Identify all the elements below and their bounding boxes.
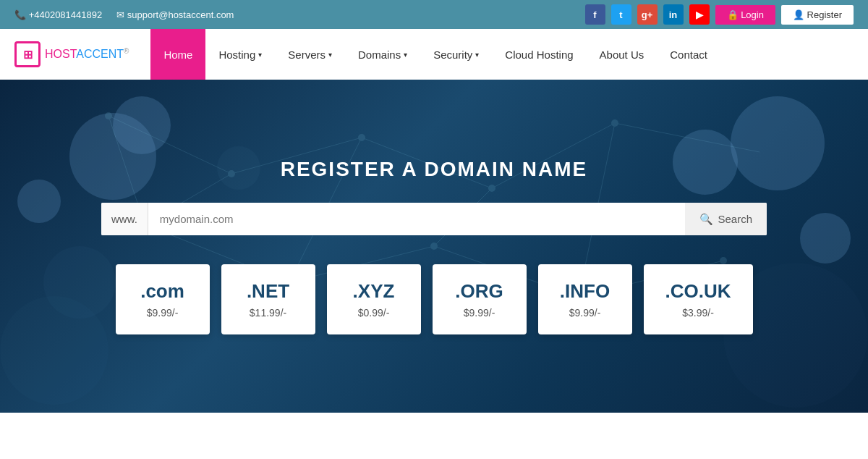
- domain-cards: .com $9.99/- .NET $11.99/- .XYZ $0.99/- …: [116, 264, 753, 334]
- svg-point-18: [611, 119, 618, 127]
- nav-item-cloud-hosting[interactable]: Cloud Hosting: [492, 29, 586, 80]
- twitter-icon[interactable]: t: [611, 4, 631, 25]
- domain-ext-com: .com: [137, 280, 188, 303]
- hero-section: REGISTER A DOMAIN NAME www. 🔍 Search .co…: [0, 80, 868, 413]
- contact-info: 📞 +4402081441892 ✉ support@hostaccent.co…: [14, 9, 234, 20]
- domain-price-info: $9.99/-: [560, 307, 610, 319]
- search-prefix: www.: [101, 203, 148, 235]
- domain-price-net: $11.99/-: [243, 307, 294, 319]
- nav-item-security[interactable]: Security▾: [420, 29, 492, 80]
- svg-point-14: [105, 112, 112, 119]
- nav-menu: Home Hosting▾ Servers▾ Domains▾ Security…: [150, 29, 720, 80]
- domain-search-box: www. 🔍 Search: [101, 203, 767, 235]
- top-bar-right: f t g+ in ▶ 🔒 Login 👤 Register: [585, 4, 854, 25]
- logo-icon: ⊞: [14, 41, 41, 67]
- nav-item-contact[interactable]: Contact: [657, 29, 720, 80]
- svg-line-4: [615, 123, 760, 152]
- youtube-icon[interactable]: ▶: [689, 4, 710, 25]
- domain-price-com: $9.99/-: [137, 307, 188, 319]
- svg-point-16: [358, 134, 365, 141]
- nav-item-home[interactable]: Home: [150, 29, 205, 80]
- facebook-icon[interactable]: f: [585, 4, 605, 25]
- domain-card-xyz[interactable]: .XYZ $0.99/-: [327, 264, 421, 334]
- nav-item-servers[interactable]: Servers▾: [275, 29, 345, 80]
- nav-item-about-us[interactable]: About Us: [587, 29, 658, 80]
- email-address: ✉ support@hostaccent.com: [116, 9, 234, 20]
- navbar: ⊞ HOSTACCENT® Home Hosting▾ Servers▾ Dom…: [0, 29, 868, 80]
- hero-content: REGISTER A DOMAIN NAME www. 🔍 Search .co…: [94, 158, 774, 334]
- register-button[interactable]: 👤 Register: [781, 5, 854, 25]
- logo[interactable]: ⊞ HOSTACCENT®: [14, 41, 129, 67]
- logo-text: HOSTACCENT®: [45, 47, 129, 61]
- nav-item-domains[interactable]: Domains▾: [345, 29, 420, 80]
- domain-card-info[interactable]: .INFO $9.99/-: [538, 264, 632, 334]
- domain-price-couk: $3.99/-: [665, 307, 731, 319]
- login-button[interactable]: 🔒 Login: [715, 5, 775, 25]
- domain-card-couk[interactable]: .CO.UK $3.99/-: [644, 264, 753, 334]
- hero-title: REGISTER A DOMAIN NAME: [281, 158, 588, 181]
- linkedin-icon[interactable]: in: [663, 4, 684, 25]
- phone-number: 📞 +4402081441892: [14, 9, 102, 20]
- domain-card-com[interactable]: .com $9.99/-: [116, 264, 210, 334]
- domain-ext-couk: .CO.UK: [665, 280, 731, 303]
- search-button[interactable]: 🔍 Search: [685, 203, 767, 235]
- domain-card-org[interactable]: .ORG $9.99/-: [433, 264, 527, 334]
- top-bar: 📞 +4402081441892 ✉ support@hostaccent.co…: [0, 0, 868, 29]
- domain-ext-info: .INFO: [560, 280, 610, 303]
- domain-card-net[interactable]: .NET $11.99/-: [221, 264, 315, 334]
- domain-ext-net: .NET: [243, 280, 294, 303]
- domain-price-xyz: $0.99/-: [349, 307, 399, 319]
- domain-price-org: $9.99/-: [454, 307, 505, 319]
- search-icon: 🔍: [699, 213, 713, 226]
- domain-ext-org: .ORG: [454, 280, 505, 303]
- domain-ext-xyz: .XYZ: [349, 280, 399, 303]
- nav-item-hosting[interactable]: Hosting▾: [205, 29, 275, 80]
- googleplus-icon[interactable]: g+: [637, 4, 658, 25]
- domain-search-input[interactable]: [148, 203, 686, 235]
